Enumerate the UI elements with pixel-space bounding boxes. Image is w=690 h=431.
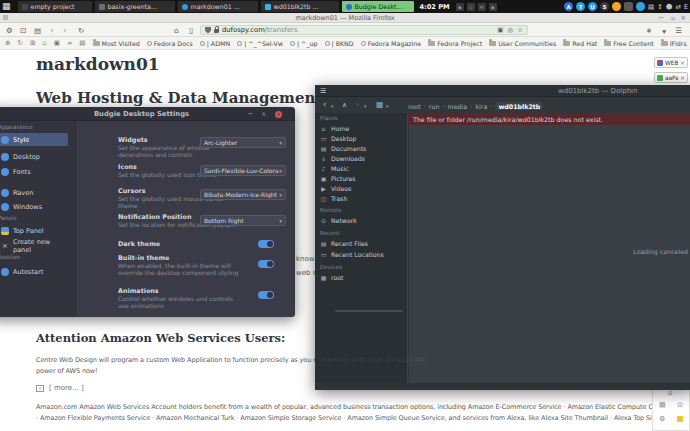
pin-icon[interactable]: ∗: [646, 26, 652, 35]
bookmark-folder-ifldrs[interactable]: IFldrs: [661, 40, 687, 47]
bookmark-fedora-magazine[interactable]: Fedora Magazine: [361, 40, 422, 47]
budgie-titlebar[interactable]: Budgie Desktop Settings − ∧ ×: [0, 107, 295, 121]
save-icon[interactable]: ▤: [659, 401, 666, 409]
bookmark-folder-red-hat[interactable]: Red Hat: [563, 40, 597, 47]
tray-app-icon[interactable]: A: [564, 2, 573, 11]
gear-icon[interactable]: ⚙: [659, 415, 665, 423]
breadcrumb-current[interactable]: wd01blk2tb: [495, 102, 543, 110]
more-link[interactable]: [ more... ]: [49, 384, 84, 392]
infinity-icon[interactable]: ∞: [67, 39, 72, 47]
place-network[interactable]: ⊙Network: [320, 217, 357, 224]
home-icon[interactable]: ⌂: [174, 26, 179, 35]
toggle-animations[interactable]: [258, 291, 274, 299]
home-icon[interactable]: ⌂: [668, 389, 672, 397]
taskbar-button-wd01blk2tb[interactable]: wd01blk2tb ...: [261, 1, 339, 12]
place-desktop[interactable]: ▭Desktop: [320, 135, 357, 142]
sync-icon[interactable]: ↻: [17, 39, 22, 47]
sidebar-item-windows[interactable]: Windows: [0, 200, 68, 213]
place-videos[interactable]: ▶Videos: [320, 185, 352, 192]
toggle-builtin-theme[interactable]: [258, 260, 274, 268]
arrows-status-icon[interactable]: ⇄: [675, 3, 680, 11]
scrollbar[interactable]: [335, 310, 403, 312]
tray-mini-icon[interactable]: ▪: [456, 3, 464, 11]
dolphin-titlebar[interactable]: ☰ wd01blk2tb — Dolphin: [315, 85, 690, 97]
sidebar-toggle-icon[interactable]: ▯: [189, 26, 193, 35]
side-panel-item-web[interactable]: WEB ×: [654, 57, 688, 68]
dropdown-widgets-theme[interactable]: Arc-Lighter▾: [200, 137, 286, 148]
place-recent-locations[interactable]: ▭Recent Locations: [320, 251, 384, 258]
dropdown-notification-position[interactable]: Bottom Right▾: [200, 215, 286, 226]
sidebar-item-create-panel[interactable]: ×Create new panel: [0, 239, 68, 252]
breadcrumb-kira[interactable]: kira: [475, 103, 487, 110]
place-home[interactable]: ⌂Home: [320, 125, 349, 132]
tray-telegram-icon[interactable]: T: [576, 2, 585, 11]
gear-icon[interactable]: ⚙: [6, 26, 13, 35]
lock-icon[interactable]: [214, 29, 219, 33]
tray-firefox-icon[interactable]: [636, 2, 645, 11]
taskbar-button-budgie-settings[interactable]: Budgie Deskt...: [342, 1, 414, 12]
tray-app-icon[interactable]: S: [600, 2, 609, 11]
chevron-down-icon[interactable]: ▾: [364, 103, 367, 109]
sidebar-item-autostart[interactable]: Autostart: [0, 265, 68, 278]
globe-icon[interactable]: ⊕: [5, 39, 10, 47]
reader-mode-icon[interactable]: ◎: [508, 26, 514, 34]
apps-menu-icon[interactable]: ▦: [2, 2, 11, 11]
bookmark-admn[interactable]: | ADMN: [200, 40, 230, 47]
dot-icon[interactable]: ▫: [42, 39, 46, 47]
place-pictures[interactable]: ▣Pictures: [320, 175, 356, 182]
bookmark-bknd[interactable]: | BKND: [325, 40, 354, 47]
display-status-icon[interactable]: ▤: [648, 3, 654, 11]
bookmark-folder-user-communities[interactable]: User Communities: [489, 40, 556, 47]
bookmark-up[interactable]: | ^_up: [290, 40, 318, 47]
close-icon[interactable]: ×: [680, 59, 685, 66]
menu-icon[interactable]: ☰: [675, 26, 682, 35]
page-actions-icon[interactable]: ▣: [497, 26, 503, 34]
back-icon[interactable]: ‹: [50, 25, 54, 35]
forward-icon[interactable]: ›: [63, 25, 67, 35]
tray-app-icon[interactable]: [624, 2, 633, 11]
bookmark-folder-free-content[interactable]: Free Content: [604, 40, 653, 47]
tray-app-icon[interactable]: [612, 2, 621, 11]
reload-icon[interactable]: ↻: [78, 26, 84, 35]
bookmark-folder-fedora-project[interactable]: Fedora Project: [428, 40, 482, 47]
place-downloads[interactable]: ↓Downloads: [320, 155, 365, 162]
chevron-down-icon[interactable]: ▾: [386, 103, 389, 109]
grid-icon[interactable]: ▣: [54, 39, 60, 47]
tabs-icon[interactable]: ⊞: [30, 39, 35, 47]
minimize-icon[interactable]: −: [658, 14, 664, 22]
minimize-icon[interactable]: −: [247, 110, 253, 118]
close-icon[interactable]: ×: [275, 111, 282, 118]
view-mode-icon[interactable]: ▦: [376, 100, 384, 109]
printer-icon[interactable]: ▤: [34, 26, 41, 35]
close-icon[interactable]: ×: [680, 74, 685, 81]
url-text[interactable]: dufospy.com/transfers: [222, 26, 297, 34]
place-trash[interactable]: ◫Trash: [320, 195, 347, 202]
tray-mini-icon[interactable]: ≡: [478, 3, 486, 11]
maximize-icon[interactable]: ∧: [262, 110, 266, 117]
yellow-badge-icon[interactable]: [677, 416, 683, 422]
sidebar-item-raven[interactable]: Raven: [0, 186, 68, 199]
toggle-dark-theme[interactable]: [258, 240, 274, 248]
clock[interactable]: 4:02 PM: [420, 3, 450, 11]
place-documents[interactable]: ▤Documents: [320, 145, 366, 152]
breadcrumb-root[interactable]: root: [408, 103, 421, 110]
place-music[interactable]: ♪Music: [320, 165, 349, 172]
sidebar-item-desktop[interactable]: Desktop: [0, 150, 68, 163]
breadcrumb-media[interactable]: media: [448, 103, 468, 110]
bookmark-sel-vw[interactable]: | ^_^Sel-Vw: [237, 40, 283, 47]
maximize-icon[interactable]: ▫: [671, 14, 675, 21]
ethernet-status-icon[interactable]: E: [684, 3, 688, 11]
forward-icon[interactable]: ›: [356, 100, 359, 109]
chevron-down-icon[interactable]: ▾: [662, 27, 666, 36]
url-bar[interactable]: dufospy.com/transfers ▣ ◎ ☆: [200, 25, 528, 35]
bookmark-star-icon[interactable]: ☆: [517, 26, 523, 34]
place-recent-files[interactable]: ▤Recent Files: [320, 240, 368, 247]
tray-mini-icon[interactable]: ▪: [489, 3, 497, 11]
close-icon[interactable]: ×: [680, 14, 686, 22]
tray-mini-icon[interactable]: ▫: [467, 3, 475, 11]
screenshot-icon[interactable]: ▤: [79, 39, 85, 47]
tracking-shield-icon[interactable]: [205, 27, 211, 34]
sidebar-item-style[interactable]: Style: [0, 133, 68, 146]
sidebar-item-top-panel[interactable]: Top Panel: [0, 224, 68, 237]
chevron-down-icon[interactable]: ▾: [331, 103, 334, 109]
